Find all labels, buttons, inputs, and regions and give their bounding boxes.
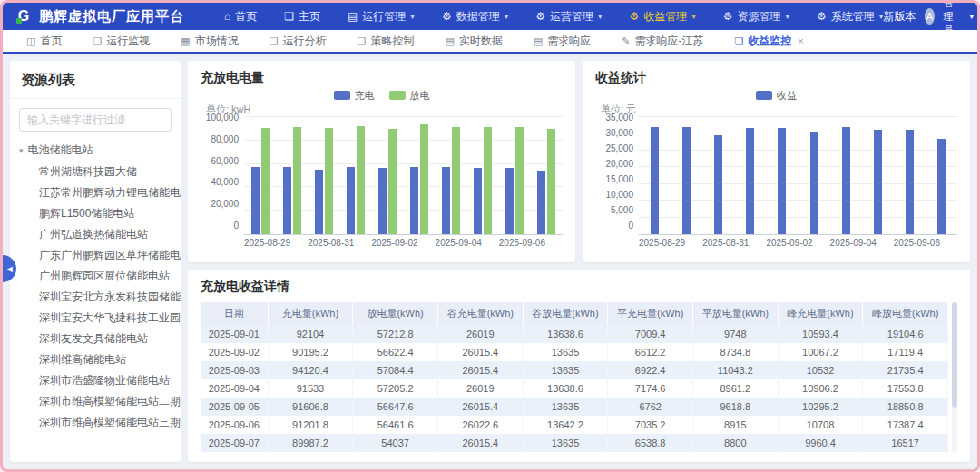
app-title: 鹏辉虚拟电厂应用平台 (39, 8, 184, 25)
bar-group-2025-09-01 (339, 117, 371, 234)
nav-item-数据管理[interactable]: ⚙数据管理▾ (442, 9, 508, 25)
tree-node-battery-storage[interactable]: ▾ 电池储能电站 (10, 139, 181, 162)
table-scrollbar-thumb[interactable] (952, 302, 957, 408)
legend-item-充电[interactable]: 充电 (334, 88, 375, 103)
table-row: 2025-09-0290195.256622.426015.4136356612… (201, 343, 948, 361)
legend-item-收益[interactable]: 收益 (756, 88, 797, 103)
bar-充电 (315, 170, 323, 234)
x-tick-label: 2025-09-06 (499, 235, 545, 250)
gear-icon: ⚙ (629, 10, 639, 23)
chart-unit-label: 单位: kwH (201, 103, 563, 115)
station-item[interactable]: 深圳维高储能电站 (10, 349, 181, 370)
x-tick-label (418, 235, 436, 250)
bar-充电 (442, 167, 450, 234)
station-item[interactable]: 广东广州鹏辉园区草坪储能电站 (10, 245, 181, 266)
bar-收益 (937, 139, 946, 234)
detail-table-card: 充放电收益详情 日期充电量(kWh)放电量(kWh)谷充电量(kWh)谷放电量(… (188, 270, 970, 462)
bar-group-2025-08-31 (308, 117, 339, 234)
table-row: 2025-09-0591606.856647.626015.4136356762… (201, 398, 948, 416)
bar-group-2025-08-31 (702, 117, 734, 234)
close-icon[interactable]: × (798, 35, 803, 46)
station-item[interactable]: 常州湖塘科技园大储 (10, 162, 181, 182)
tab-运行分析[interactable]: ❏运行分析 (270, 34, 327, 49)
tab-策略控制[interactable]: ❏策略控制 (358, 34, 415, 49)
tab-label: 运行监视 (106, 34, 150, 49)
station-item[interactable]: 深圳市浩盛隆物业储能电站 (10, 370, 181, 391)
chart-legend: 充电放电 (201, 88, 563, 103)
nav-item-系统管理[interactable]: ⚙系统管理▾ (817, 9, 883, 25)
topbar: G 鹏辉虚拟电厂应用平台 ⌂首页❏主页▤运行管理▾⚙数据管理▾⚙运营管理▾⚙收益… (3, 3, 977, 30)
cell-value: 56622.4 (353, 343, 438, 361)
bar-放电 (325, 128, 333, 234)
cell-value: 17119.4 (863, 343, 948, 361)
cell-value: 17387.4 (863, 416, 948, 434)
bar-放电 (484, 127, 492, 234)
nav-item-运行管理[interactable]: ▤运行管理▾ (348, 9, 415, 25)
cell-value: 26015.4 (437, 398, 523, 416)
nav-item-收益管理[interactable]: ⚙收益管理▾ (629, 9, 695, 25)
bar-充电 (474, 168, 482, 234)
cell-value: 7009.4 (608, 325, 693, 343)
tab-市场情况[interactable]: ▦市场情况 (181, 34, 238, 49)
nav-item-label: 运营管理 (550, 9, 593, 25)
bar-group-2025-09-04 (830, 117, 862, 234)
table-row: 2025-09-0394120.457084.426015.4136356922… (201, 361, 948, 379)
tab-需求响应[interactable]: ▤需求响应 (534, 34, 591, 49)
nav-item-主页[interactable]: ❏主页 (284, 9, 320, 25)
tab-运行监视[interactable]: ❏运行监视 (93, 34, 150, 49)
bar-收益 (714, 135, 722, 234)
app-logo-icon: G (15, 8, 32, 25)
station-item[interactable]: 深圳市维高模塑储能电站三期 (10, 412, 181, 433)
column-header-8: 峰放电量(kWh) (863, 302, 948, 325)
cell-value: 9748 (692, 325, 778, 343)
tab-label: 需求响应 (547, 34, 591, 49)
bar-group-2025-08-29 (639, 117, 671, 234)
bar-group-2025-08-30 (671, 117, 702, 234)
nav-item-运营管理[interactable]: ⚙运营管理▾ (535, 9, 602, 25)
user-role[interactable]: 管理员 (944, 0, 961, 37)
tab-收益监控[interactable]: ❏收益监控× (734, 34, 803, 49)
bar-group-2025-09-01 (734, 117, 766, 234)
x-tick-label (482, 235, 499, 250)
station-item[interactable]: 江苏常州鹏辉动力锂电储能电站 (10, 182, 181, 203)
y-tick-label: 0 (201, 221, 239, 231)
avatar[interactable]: A (925, 8, 934, 25)
home-icon: ⌂ (224, 10, 230, 23)
table-row: 2025-09-0789987.25403726015.4136356538.8… (201, 434, 948, 452)
cell-value: 6538.8 (608, 434, 693, 452)
caret-down-icon: ▾ (19, 146, 24, 155)
station-item[interactable]: 广州弘道换热储能电站 (10, 224, 181, 245)
station-item[interactable]: 深圳友发文具储能电站 (10, 329, 181, 349)
new-version-link[interactable]: 新版本 (883, 9, 916, 25)
tab-需求响应-江苏[interactable]: ✎需求响应-江苏 (622, 34, 703, 49)
cell-date: 2025-09-02 (201, 343, 268, 361)
tab-首页[interactable]: ◫首页 (26, 34, 62, 49)
cell-value: 7174.6 (608, 379, 693, 398)
cell-value: 16517 (863, 434, 948, 452)
station-item[interactable]: 深圳宝安大华飞捷科技工业园储能电站 (10, 308, 181, 329)
station-item[interactable]: 鹏辉L1500储能电站 (10, 203, 181, 224)
pen-icon: ✎ (622, 35, 630, 47)
tab-label: 首页 (40, 34, 62, 49)
bar-收益 (746, 128, 754, 234)
bar-group-2025-09-07 (926, 117, 957, 234)
x-tick-label (290, 235, 308, 250)
y-tick-label: 20,000 (201, 199, 239, 209)
nav-item-首页[interactable]: ⌂首页 (224, 9, 257, 25)
cell-value: 13638.6 (523, 325, 608, 343)
cell-value: 91606.8 (268, 398, 353, 416)
y-tick-label: 20,000 (595, 159, 633, 169)
nav-item-资源管理[interactable]: ⚙资源管理▾ (723, 9, 789, 25)
cell-value: 13635 (523, 343, 608, 361)
station-item[interactable]: 广州鹏辉园区展位储能电站 (10, 266, 181, 287)
y-tick-label: 80,000 (201, 134, 239, 144)
legend-item-放电[interactable]: 放电 (389, 88, 430, 103)
table-scrollbar[interactable] (952, 302, 957, 453)
page-body: 资源列表 ▾ 电池储能电站 常州湖塘科技园大储江苏常州鹏辉动力锂电储能电站鹏辉L… (3, 54, 977, 469)
station-filter-input[interactable] (19, 108, 172, 132)
station-item[interactable]: 深圳宝安北方永发科技园储能电站 (10, 287, 181, 308)
cell-date: 2025-09-03 (201, 361, 268, 379)
y-axis: 100,00080,00060,00040,00020,0000 (201, 113, 244, 231)
station-item[interactable]: 深圳市维高模塑储能电站二期 (10, 391, 181, 412)
tab-实时数据[interactable]: ▤实时数据 (445, 34, 502, 49)
